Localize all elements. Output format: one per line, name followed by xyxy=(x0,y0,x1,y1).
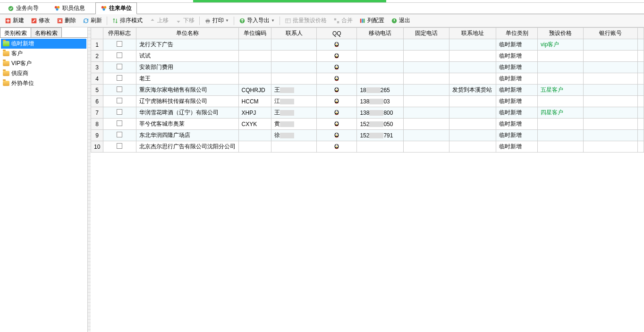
table-row[interactable]: 7华润雪花啤酒（辽宁）有限公司XHPJ王138800临时新增四星客户 xyxy=(91,107,644,119)
cell-mobile xyxy=(357,51,404,62)
print-button[interactable]: 打印▼ xyxy=(202,15,232,26)
qq-icon[interactable] xyxy=(333,121,340,128)
tree-label: 临时新增 xyxy=(11,40,34,48)
cell-disable xyxy=(103,119,136,130)
col-header[interactable]: 银行账号 xyxy=(583,28,637,39)
col-header[interactable]: 固定电话 xyxy=(403,28,449,39)
tab-nav[interactable]: 业务向导 xyxy=(3,3,43,14)
cell-spacer xyxy=(638,107,644,119)
cell-rownum: 9 xyxy=(91,130,103,141)
merge-button[interactable]: 合并 xyxy=(330,15,356,26)
table-row[interactable]: 8莘兮优客城市奥莱CXYK黄152050临时新增 xyxy=(91,119,644,130)
col-header[interactable]: 单位名称 xyxy=(136,28,238,39)
col-rownum[interactable] xyxy=(91,28,103,39)
cell-name: 辽宁虎驰科技传媒有限公司 xyxy=(136,96,238,107)
qq-icon[interactable] xyxy=(333,133,340,139)
col-header[interactable]: QQ xyxy=(317,28,357,39)
cell-rownum: 10 xyxy=(91,141,103,153)
batch-button[interactable]: 批量预设价格 xyxy=(282,15,330,26)
sort-button[interactable]: 排序模式 xyxy=(109,15,145,26)
cell-qq xyxy=(317,73,357,85)
edit-button[interactable]: 修改 xyxy=(28,15,53,26)
svg-point-30 xyxy=(336,56,338,57)
checkbox[interactable] xyxy=(117,75,122,81)
cell-addr xyxy=(449,39,496,51)
qq-icon[interactable] xyxy=(333,42,340,49)
col-header[interactable]: 联系人 xyxy=(271,28,317,39)
checkbox[interactable] xyxy=(117,52,122,58)
tab-staff[interactable]: 职员信息 xyxy=(49,3,90,14)
col-header[interactable]: 单位编码 xyxy=(238,28,271,39)
chevron-down-icon: ▼ xyxy=(271,18,275,23)
tree-item[interactable]: 客户 xyxy=(1,49,86,59)
cell-mobile: 13803 xyxy=(357,96,404,107)
cell-tel xyxy=(403,51,449,62)
cell-contact xyxy=(271,62,317,73)
checkbox[interactable] xyxy=(117,98,122,103)
cell-addr xyxy=(449,141,496,153)
svg-point-60 xyxy=(336,124,338,125)
checkbox[interactable] xyxy=(117,120,122,126)
cell-code: HCCM xyxy=(238,96,271,107)
cell-bank xyxy=(583,96,637,107)
checkbox[interactable] xyxy=(117,132,122,137)
qq-icon[interactable] xyxy=(333,87,340,94)
btn-label: 新建 xyxy=(13,17,24,25)
table-row[interactable]: 9东北华润四隆广场店徐152791临时新增 xyxy=(91,130,644,141)
col-header[interactable]: 停用标志 xyxy=(103,28,136,39)
cell-tel xyxy=(403,107,449,119)
svg-point-2 xyxy=(57,6,59,8)
exit-button[interactable]: 退出 xyxy=(388,15,413,26)
movedown-button[interactable]: 下移 xyxy=(172,15,197,26)
col-header[interactable]: 联系地址 xyxy=(449,28,496,39)
checkbox[interactable] xyxy=(117,109,122,115)
checkbox[interactable] xyxy=(117,64,122,69)
table-row[interactable]: 5重庆海尔家电销售有限公司CQHRJD王18265发货到本溪货站临时新增五星客户 xyxy=(91,85,644,96)
qq-icon[interactable] xyxy=(333,76,340,83)
cell-spacer xyxy=(638,130,644,141)
checkbox[interactable] xyxy=(117,86,122,92)
checkbox[interactable] xyxy=(117,143,122,149)
checkbox[interactable] xyxy=(117,41,122,47)
col-header[interactable]: 单位类别 xyxy=(496,28,538,39)
columns-button[interactable]: 列配置 xyxy=(356,15,387,26)
table-row[interactable]: 4老王临时新增 xyxy=(91,73,644,85)
table-row[interactable]: 6辽宁虎驰科技传媒有限公司HCCM江13803临时新增 xyxy=(91,96,644,107)
moveup-button[interactable]: 上移 xyxy=(146,15,171,26)
cell-cat: 临时新增 xyxy=(496,85,538,96)
table-row[interactable]: 3安装部门费用临时新增 xyxy=(91,62,644,73)
cell-mobile: 138800 xyxy=(357,107,404,119)
qq-icon[interactable] xyxy=(333,144,340,151)
btn-label: 刷新 xyxy=(91,17,102,25)
folder-icon xyxy=(3,41,9,46)
qq-icon[interactable] xyxy=(333,110,340,117)
qq-icon[interactable] xyxy=(333,99,340,105)
tree-item[interactable]: 外协单位 xyxy=(1,78,86,88)
table-row[interactable]: 10北京杰尔思行广告有限公司沈阳分公司临时新增 xyxy=(91,141,644,153)
tree-item[interactable]: 临时新增 xyxy=(1,39,86,49)
col-header[interactable]: 预设价格 xyxy=(538,28,584,39)
table-row[interactable]: 1龙行天下广告临时新增vip客户 xyxy=(91,39,644,51)
qq-icon[interactable] xyxy=(333,65,340,71)
side-tab-category[interactable]: 类别检索 xyxy=(0,27,31,37)
tree-item[interactable]: VIP客户 xyxy=(1,59,86,68)
new-button[interactable]: 新建 xyxy=(2,15,27,26)
cell-addr xyxy=(449,62,496,73)
svg-point-55 xyxy=(336,112,338,113)
tab-label: 业务向导 xyxy=(16,4,39,12)
side-tab-name[interactable]: 名称检索 xyxy=(31,27,62,37)
cell-bank xyxy=(583,62,637,73)
cell-contact xyxy=(271,39,317,51)
tab-units[interactable]: 往来单位 xyxy=(95,2,137,14)
cell-disable xyxy=(103,51,136,62)
cell-tel xyxy=(403,39,449,51)
btn-label: 排序模式 xyxy=(120,17,143,25)
col-header[interactable]: 移动电话 xyxy=(357,28,404,39)
table-row[interactable]: 2试试临时新增 xyxy=(91,51,644,62)
qq-icon[interactable] xyxy=(333,53,340,60)
folder-icon xyxy=(3,51,9,56)
tree-item[interactable]: 供应商 xyxy=(1,68,86,78)
delete-button[interactable]: 删除 xyxy=(54,15,79,26)
import-button[interactable]: 导入导出▼ xyxy=(236,15,278,26)
refresh-button[interactable]: 刷新 xyxy=(80,15,105,26)
